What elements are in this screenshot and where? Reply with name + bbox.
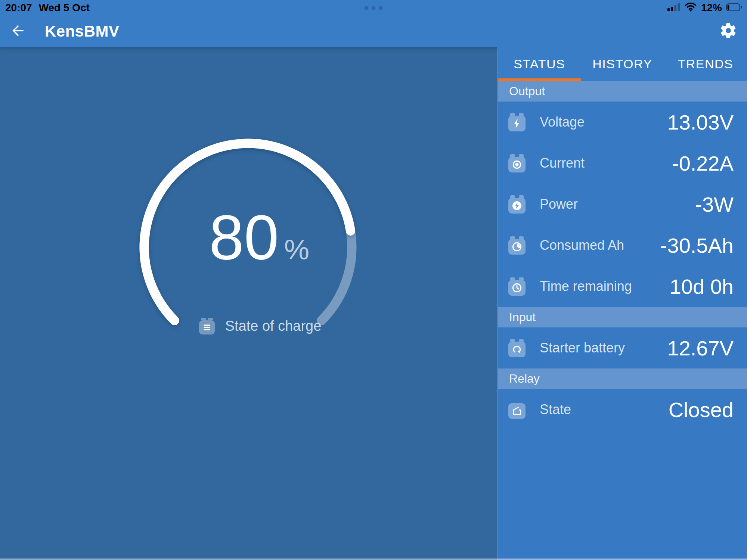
section-title: Relay (509, 372, 540, 386)
data-row: Power -3W (498, 184, 747, 225)
data-row: Starter battery 12.67V (498, 327, 747, 368)
cellular-signal-icon (667, 2, 680, 14)
wifi-icon (684, 2, 697, 14)
gear-icon (719, 22, 737, 41)
battery-power-icon (508, 198, 526, 214)
section-header: Relay (498, 368, 747, 389)
status-time: 20:07 (5, 2, 32, 14)
section-rows: State Closed (498, 389, 747, 430)
battery-current-icon (508, 157, 526, 172)
row-label: Current (540, 155, 585, 171)
row-value: 12.67V (667, 336, 734, 360)
soc-number: 80 (209, 206, 279, 269)
relay-state-icon (508, 403, 526, 419)
multitask-dots-icon (365, 6, 383, 10)
tab-history[interactable]: HISTORY (581, 47, 664, 81)
row-label: Consumed Ah (540, 237, 624, 253)
battery-voltage-icon (508, 116, 526, 131)
settings-button[interactable] (718, 21, 739, 42)
starter-battery-icon (508, 342, 526, 357)
panel-sections: Output Voltage 13.03V Current -0.22A Pow… (498, 81, 747, 430)
battery-icon (726, 2, 742, 14)
row-label: Time remaining (540, 279, 632, 294)
panel-section: Input Starter battery 12.67V (498, 307, 747, 368)
battery-time-remaining-icon (508, 280, 526, 296)
panel-section: Output Voltage 13.03V Current -0.22A Pow… (498, 81, 747, 307)
soc-caption-label: State of charge (225, 318, 322, 334)
victronconnect-device-screen: 80 % State of charge STATUS HISTORY TREN… (0, 0, 747, 560)
soc-percent-sign: % (284, 235, 310, 264)
row-label: State (540, 402, 571, 417)
panel-section: Relay State Closed (498, 368, 747, 430)
row-label: Power (540, 196, 578, 212)
data-row: Consumed Ah -30.5Ah (498, 225, 747, 266)
section-title: Input (509, 310, 536, 324)
device-detail-panel: STATUS HISTORY TRENDS Output Voltage 13.… (498, 47, 747, 560)
state-of-charge-caption: State of charge (0, 313, 498, 339)
row-value: 13.03V (667, 110, 734, 134)
state-of-charge-value: 80 % (0, 206, 498, 292)
back-button[interactable] (7, 20, 29, 43)
app-header: 20:07 Wed 5 Oct (0, 0, 747, 47)
row-value: -0.22A (672, 151, 734, 175)
data-row: Time remaining 10d 0h (498, 266, 747, 307)
section-rows: Voltage 13.03V Current -0.22A Power -3W … (498, 102, 747, 307)
back-arrow-icon (10, 22, 26, 40)
row-label: Voltage (540, 114, 585, 130)
section-header: Input (498, 307, 747, 327)
status-battery-percent: 12% (701, 2, 722, 14)
tab-trends[interactable]: TRENDS (664, 47, 747, 81)
section-rows: Starter battery 12.67V (498, 327, 747, 368)
row-value: Closed (669, 398, 734, 422)
section-title: Output (509, 84, 545, 98)
tab-status[interactable]: STATUS (498, 47, 581, 81)
page-title: KensBMV (45, 22, 120, 40)
row-label: Starter battery (540, 340, 625, 356)
screen-bottom-edge (0, 559, 747, 560)
state-of-charge-icon (199, 320, 215, 335)
data-row: Current -0.22A (498, 143, 747, 184)
ios-status-bar: 20:07 Wed 5 Oct (0, 0, 747, 16)
active-tab-underline (498, 78, 581, 81)
data-row: State Closed (498, 389, 747, 430)
tab-label: HISTORY (592, 57, 652, 71)
tab-label: TRENDS (678, 57, 733, 71)
row-value: 10d 0h (670, 274, 734, 299)
row-value: -30.5Ah (660, 233, 734, 258)
section-header: Output (498, 81, 747, 102)
row-value: -3W (695, 192, 734, 217)
data-row: Voltage 13.03V (498, 102, 747, 143)
nav-bar: KensBMV (0, 16, 747, 47)
battery-consumed-ah-icon (508, 239, 526, 255)
tab-label: STATUS (514, 57, 565, 71)
tab-bar: STATUS HISTORY TRENDS (498, 47, 747, 81)
status-date: Wed 5 Oct (39, 2, 90, 14)
